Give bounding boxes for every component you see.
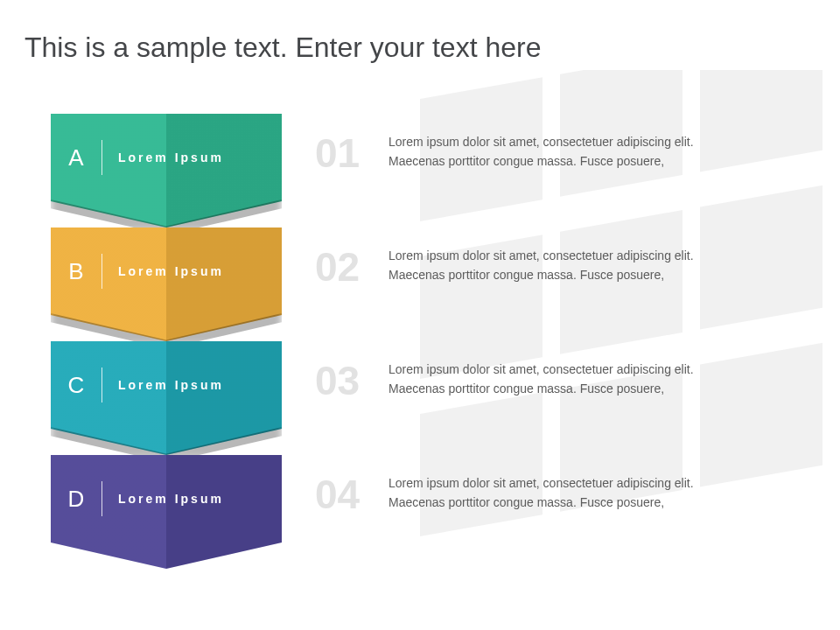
step-description: Lorem ipsum dolor sit amet, consectetuer… bbox=[388, 360, 788, 398]
step-description: Lorem ipsum dolor sit amet, consectetuer… bbox=[388, 247, 788, 284]
chevron-label: Lorem Ipsum bbox=[102, 378, 224, 392]
chevron-label: Lorem Ipsum bbox=[102, 264, 224, 278]
chevron-content: D Lorem Ipsum bbox=[51, 472, 282, 525]
step-number: 01 bbox=[315, 133, 388, 173]
step-description: Lorem ipsum dolor sit amet, consectetuer… bbox=[388, 474, 788, 512]
chevron-item-c: C Lorem Ipsum bbox=[51, 341, 282, 434]
chevron-letter: B bbox=[51, 258, 102, 285]
chevron-letter: C bbox=[51, 372, 102, 399]
description-row: 03 Lorem ipsum dolor sit amet, consectet… bbox=[315, 360, 788, 474]
chevron-label: Lorem Ipsum bbox=[102, 492, 224, 506]
page-title: This is a sample text. Enter your text h… bbox=[24, 32, 541, 64]
chevron-item-b: B Lorem Ipsum bbox=[51, 228, 282, 320]
step-description: Lorem ipsum dolor sit amet, consectetuer… bbox=[388, 133, 788, 171]
chevron-item-a: A Lorem Ipsum bbox=[51, 114, 282, 206]
step-number: 02 bbox=[315, 247, 388, 287]
chevron-letter: D bbox=[51, 486, 102, 513]
description-row: 01 Lorem ipsum dolor sit amet, consectet… bbox=[315, 133, 788, 247]
step-number: 03 bbox=[315, 360, 388, 401]
step-number: 04 bbox=[315, 474, 388, 514]
chevron-item-d: D Lorem Ipsum bbox=[51, 455, 282, 548]
description-row: 02 Lorem ipsum dolor sit amet, consectet… bbox=[315, 247, 788, 360]
description-list: 01 Lorem ipsum dolor sit amet, consectet… bbox=[315, 133, 788, 588]
chevron-content: B Lorem Ipsum bbox=[51, 245, 282, 298]
chevron-letter: A bbox=[51, 144, 102, 172]
chevron-list: A Lorem Ipsum B Lorem Ipsum C Lorem Ipsu… bbox=[51, 114, 282, 569]
chevron-content: A Lorem Ipsum bbox=[51, 131, 282, 184]
chevron-content: C Lorem Ipsum bbox=[51, 359, 282, 411]
chevron-label: Lorem Ipsum bbox=[102, 150, 224, 164]
description-row: 04 Lorem ipsum dolor sit amet, consectet… bbox=[315, 474, 788, 588]
